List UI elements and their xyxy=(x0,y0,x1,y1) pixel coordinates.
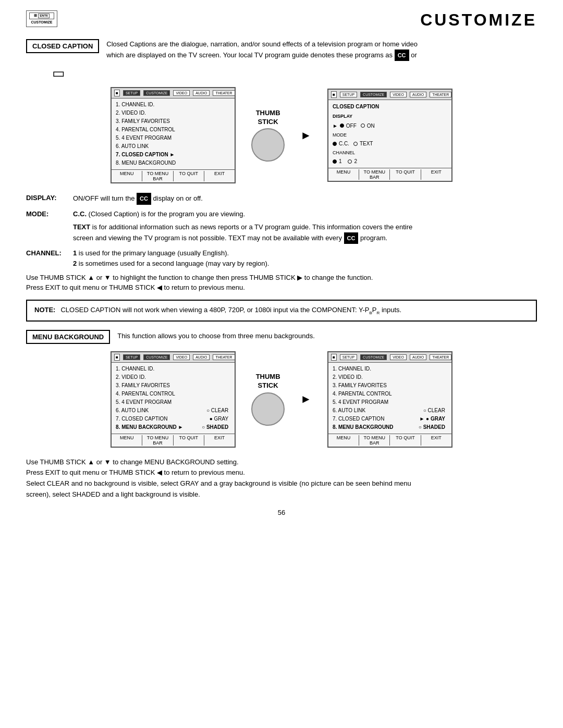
menu-2-mode-row: C.C. TEXT xyxy=(333,139,447,148)
menu-1-bottom-exit: EXIT xyxy=(204,171,235,181)
menu-3-item-7: 7. CLOSED CAPTION● GRAY xyxy=(116,415,230,423)
menu-1-item-8: 8. MENU BACKGROUND xyxy=(116,159,230,167)
menu-3-bottom-exit: EXIT xyxy=(204,435,235,446)
menu-3-tab-audio: AUDIO xyxy=(193,354,210,360)
menu-background-label: MENU BACKGROUND xyxy=(26,330,110,344)
menu-1: ■ SETUP CUSTOMIZE VIDEO AUDIO THEATER 1.… xyxy=(111,87,236,183)
menu-2-tab-setup: SETUP xyxy=(340,92,357,97)
closed-caption-section: CLOSED CAPTION Closed Captions are the d… xyxy=(26,39,537,61)
display-text1: ON/OFF will turn the xyxy=(73,194,134,202)
channel-ch2: 2 is sometimes used for a second languag… xyxy=(73,258,537,269)
menu-2-topbar: ■ SETUP CUSTOMIZE VIDEO AUDIO THEATER xyxy=(328,90,451,100)
menu-4-bottombar: MENU TO MENU BAR TO QUIT EXIT xyxy=(328,434,451,447)
menu-2-tab-theater: THEATER xyxy=(430,92,451,97)
menu-3-tab-setup: SETUP xyxy=(123,354,140,360)
thumb-stick-1-circle xyxy=(251,128,285,162)
thumb-stick-2-circle xyxy=(251,392,285,426)
menus-row-1: ■ SETUP CUSTOMIZE VIDEO AUDIO THEATER 1.… xyxy=(26,87,537,183)
menu-2-radio-on xyxy=(361,124,365,128)
menu-3-item-8: 8. MENU BACKGROUND ►○ SHADED xyxy=(116,423,230,431)
menu-2-radio-ch1 xyxy=(333,159,337,164)
channel-ch1: 1 is used for the primary language (usua… xyxy=(73,248,537,258)
cc-desc-text3: or xyxy=(411,51,417,59)
mode-cc-text: C.C. (Closed Caption) is for the program… xyxy=(73,209,537,219)
note-label: NOTE: xyxy=(34,305,55,315)
menu-2-ch2-label: 2 xyxy=(354,157,357,166)
menu-2-off-label: OFF xyxy=(346,121,357,130)
menu-4-item-4: 4. PARENTAL CONTROL xyxy=(333,390,447,398)
menu-2-display-label: DISPLAY xyxy=(333,113,447,120)
menu-3-bottombar: MENU TO MENU BAR TO QUIT EXIT xyxy=(112,434,235,447)
menu-background-description: This function allows you to choose from … xyxy=(117,330,315,340)
menu-1-content: 1. CHANNEL ID. 2. VIDEO ID. 3. FAMILY FA… xyxy=(112,98,235,169)
footer-select-note: Select CLEAR and no background is visibl… xyxy=(26,478,537,489)
thumb-note: Use THUMB STICK ▲ or ▼ to highlight the … xyxy=(26,274,537,281)
display-cc-icon: CC xyxy=(137,193,151,205)
mode-content: C.C. (Closed Caption) is for the program… xyxy=(73,209,537,244)
note-content: CLOSED CAPTION will not work when viewin… xyxy=(60,305,401,316)
menu-3-tab-theater: THEATER xyxy=(213,354,235,360)
menu-1-tab-video: VIDEO xyxy=(173,90,190,96)
menu-2-tab-audio: AUDIO xyxy=(410,92,426,97)
mode-text-desc: TEXT is for additional information such … xyxy=(73,222,537,232)
menu-1-item-3: 3. FAMILY FAVORITES xyxy=(116,117,230,126)
menu-1-tab-audio: AUDIO xyxy=(193,90,210,96)
display-row: DISPLAY: ON/OFF will turn the CC display… xyxy=(26,193,537,205)
menus-row-2: ■ SETUP CUSTOMIZE VIDEO AUDIO THEATER 1.… xyxy=(26,351,537,448)
menu-1-tab-setup: SETUP xyxy=(123,90,140,96)
menu-2-bottom-exit: EXIT xyxy=(421,169,451,180)
menu-3-bottom-tomenubar: TO MENU BAR xyxy=(142,435,173,446)
menu-1-tab-customize: CUSTOMIZE xyxy=(143,90,170,96)
menu-3: ■ SETUP CUSTOMIZE VIDEO AUDIO THEATER 1.… xyxy=(111,351,236,448)
menu-2-cc-label: C.C. xyxy=(339,139,349,148)
menu-1-item-7: 7. CLOSED CAPTION ► xyxy=(116,151,230,159)
page-title: CUSTOMIZE xyxy=(420,10,537,30)
menu-4-item-3: 3. FAMILY FAVORITES xyxy=(333,381,447,390)
display-content: ON/OFF will turn the CC display on or of… xyxy=(73,193,537,205)
info-section: DISPLAY: ON/OFF will turn the CC display… xyxy=(26,193,537,268)
menu-4-item-5: 5. 4 EVENT PROGRAM xyxy=(333,398,447,406)
menu-4-bottom-toquit: TO QUIT xyxy=(390,435,421,446)
closed-caption-description: Closed Captions are the dialogue, narrat… xyxy=(106,39,537,61)
menu-4-item-2: 2. VIDEO ID. xyxy=(333,373,447,381)
channel-content: 1 is used for the primary language (usua… xyxy=(73,248,537,268)
closed-caption-label: CLOSED CAPTION xyxy=(26,39,99,53)
menu-3-item-6: 6. AUTO LINK○ CLEAR xyxy=(116,406,230,415)
menu-2-mode-label: MODE xyxy=(333,131,447,139)
channel-label: CHANNEL: xyxy=(26,248,73,258)
menu-4-item-8: 8. MENU BACKGROUND○ SHADED xyxy=(333,423,447,431)
footer-select-note2: screen), select SHADED and a light backg… xyxy=(26,489,537,500)
menu-1-icon: ■ xyxy=(114,90,120,96)
menu-4-icon: ■ xyxy=(331,354,337,361)
thumb-stick-1-label: THUMBSTICK xyxy=(256,109,280,127)
menu-2-tab-customize: CUSTOMIZE xyxy=(360,92,387,97)
menu-1-tab-theater: THEATER xyxy=(213,90,235,96)
menu-4-tab-setup: SETUP xyxy=(340,354,357,360)
menu-2-tab-video: VIDEO xyxy=(390,92,407,97)
page-header: ⊞ ENT6 CUSTOMIZE CUSTOMIZE xyxy=(26,10,537,30)
cc-desc-text2: which are displayed on the TV screen. Yo… xyxy=(106,51,393,59)
exit-note: Press EXIT to quit menu or THUMB STICK ◀… xyxy=(26,283,537,291)
mode-text-desc2: screen and viewing the TV program is not… xyxy=(73,232,537,244)
menu-1-bottom-toquit: TO QUIT xyxy=(174,171,204,181)
menu-3-item-1: 1. CHANNEL ID. xyxy=(116,365,230,373)
menu-3-bottom-menu: MENU xyxy=(112,435,142,446)
thumb-stick-2-label: THUMBSTICK xyxy=(256,373,280,390)
display-label: DISPLAY: xyxy=(26,193,73,203)
thumb-stick-2: THUMBSTICK xyxy=(251,373,285,426)
menu-2-arrow: ► xyxy=(333,121,338,130)
menu-4-content: 1. CHANNEL ID. 2. VIDEO ID. 3. FAMILY FA… xyxy=(328,363,451,434)
footer-section: Use THUMB STICK ▲ or ▼ to change MENU BA… xyxy=(26,457,537,500)
menu-1-item-6: 6. AUTO LINK xyxy=(116,142,230,151)
menu-3-item-5: 5. 4 EVENT PROGRAM xyxy=(116,398,230,406)
menu-3-item-4: 4. PARENTAL CONTROL xyxy=(116,390,230,398)
menu-2-radio-cc xyxy=(333,142,337,146)
menu-4-tab-theater: THEATER xyxy=(430,354,451,360)
menu-background-section: MENU BACKGROUND This function allows you… xyxy=(26,330,537,344)
mode-row: MODE: C.C. (Closed Caption) is for the p… xyxy=(26,209,537,244)
menu-3-tab-video: VIDEO xyxy=(173,354,190,360)
page-number: 56 xyxy=(26,509,537,516)
arrow-right-1: ► xyxy=(300,129,312,142)
menu-1-bottombar: MENU TO MENU BAR TO QUIT EXIT xyxy=(112,169,235,182)
menu-4-bottom-exit: EXIT xyxy=(421,435,451,446)
